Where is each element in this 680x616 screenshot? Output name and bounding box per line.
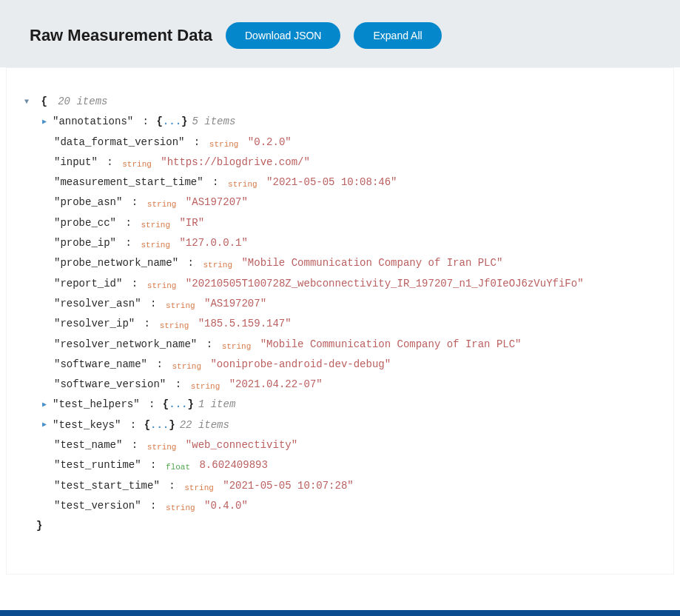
item-count: 1 item (198, 398, 235, 410)
json-key: "resolver_ip" (54, 318, 135, 329)
json-row: "probe_cc" : string "IR" (33, 213, 647, 233)
type-string-tag: string (198, 261, 232, 270)
root-item-count: 20 items (58, 96, 107, 107)
colon: : (150, 358, 163, 370)
brace-open: { (156, 398, 169, 410)
caret-right-icon[interactable] (42, 398, 53, 412)
json-value: "2021.04.22-07" (223, 378, 322, 390)
json-key: "test_helpers" (53, 398, 140, 410)
json-key: "probe_cc" (54, 217, 116, 229)
caret-right-icon[interactable] (42, 418, 53, 432)
json-row: "software_version" : string "2021.04.22-… (33, 375, 647, 395)
colon: : (187, 136, 200, 148)
json-key: "resolver_asn" (54, 298, 141, 309)
json-value: "AS197207" (198, 298, 266, 309)
json-value: "Mobile Communication Company of Iran PL… (254, 338, 521, 350)
json-row: "test_helpers" : {...}1 item (33, 395, 647, 415)
json-key: "probe_asn" (54, 196, 122, 208)
type-string-tag: string (161, 301, 195, 310)
brace-close: } (36, 520, 42, 532)
json-value: "IR" (173, 217, 204, 229)
header-bar: Raw Measurement Data Download JSON Expan… (0, 0, 680, 67)
json-value: "2021-05-05 10:07:28" (217, 480, 354, 492)
json-key: "test_keys" (53, 419, 121, 431)
json-key: "test_runtime" (54, 459, 141, 471)
type-string-tag: string (136, 221, 170, 230)
json-key: "input" (54, 156, 98, 168)
json-row: "software_name" : string "ooniprobe-andr… (33, 355, 647, 375)
json-row: "test_keys" : {...}22 items (33, 415, 647, 435)
colon: : (138, 318, 150, 329)
json-key: "test_name" (54, 439, 122, 451)
colon: : (163, 480, 175, 492)
item-count: 22 items (180, 419, 229, 431)
brace-open: { (138, 419, 150, 431)
json-key: "test_version" (54, 500, 141, 512)
colon: : (169, 378, 181, 390)
json-value: "127.0.0.1" (173, 237, 248, 249)
json-value: "AS197207" (179, 196, 247, 208)
item-count: 5 items (192, 116, 235, 127)
ellipsis-icon[interactable]: ... (150, 419, 169, 431)
json-row: "test_start_time" : string "2021-05-05 1… (33, 476, 647, 496)
type-string-tag: string (186, 382, 220, 391)
json-key: "probe_network_name" (54, 257, 178, 269)
colon: : (136, 116, 149, 127)
json-value: "Mobile Communication Company of Iran PL… (235, 257, 502, 269)
json-key: "test_start_time" (54, 480, 160, 492)
colon: : (119, 237, 132, 249)
colon: : (124, 419, 136, 431)
json-value: "0.2.0" (241, 136, 291, 148)
json-key: "resolver_network_name" (54, 338, 197, 350)
ellipsis-icon[interactable]: ... (163, 116, 181, 127)
caret-right-icon[interactable] (42, 115, 53, 130)
colon: : (144, 500, 157, 512)
expand-all-button[interactable]: Expand All (354, 22, 441, 49)
json-key: "report_id" (54, 278, 122, 289)
json-value: "185.5.159.147" (192, 318, 291, 329)
json-row: "annotations" : {...}5 items (33, 112, 647, 132)
json-row: "test_runtime" : float 8.602409893 (33, 455, 647, 475)
page-title: Raw Measurement Data (30, 26, 212, 45)
json-row: "test_name" : string "web_connectivity" (33, 435, 647, 455)
json-value: "https://blogdrive.com/" (155, 156, 310, 168)
ellipsis-icon[interactable]: ... (169, 398, 187, 410)
json-key: "software_name" (54, 358, 147, 370)
json-rows-container: "annotations" : {...}5 items"data_format… (33, 112, 647, 516)
download-json-button[interactable]: Download JSON (226, 22, 341, 49)
type-float-tag: float (161, 463, 190, 472)
json-root-open: { 20 items (33, 92, 647, 112)
json-key: "annotations" (53, 116, 133, 127)
json-row: "probe_asn" : string "AS197207" (33, 192, 647, 212)
colon: : (125, 278, 138, 289)
type-string-tag: string (142, 200, 176, 209)
colon: : (181, 257, 194, 269)
caret-down-icon[interactable] (24, 95, 35, 110)
type-string-tag: string (167, 362, 201, 371)
json-value: "20210505T100728Z_webconnectivity_IR_197… (179, 278, 583, 289)
colon: : (144, 298, 157, 309)
json-row: "resolver_asn" : string "AS197207" (33, 294, 647, 314)
type-string-tag: string (180, 483, 214, 492)
colon: : (125, 196, 138, 208)
type-string-tag: string (204, 140, 238, 149)
json-value: "0.4.0" (198, 500, 248, 512)
colon: : (144, 459, 157, 471)
type-string-tag: string (142, 281, 176, 290)
json-key: "measurement_start_time" (54, 176, 203, 188)
brace-close: } (169, 419, 175, 431)
brace-close: } (187, 398, 193, 410)
colon: : (200, 338, 212, 350)
json-viewer: { 20 items "annotations" : {...}5 items"… (6, 67, 674, 575)
type-string-tag: string (217, 342, 251, 351)
json-key: "data_format_version" (54, 136, 184, 148)
type-string-tag: string (155, 321, 189, 330)
json-row: "resolver_ip" : string "185.5.159.147" (33, 314, 647, 334)
json-value: 8.602409893 (193, 459, 268, 471)
brace-open: { (150, 116, 163, 127)
colon: : (119, 217, 132, 229)
json-key: "software_version" (54, 378, 166, 390)
json-row: "probe_ip" : string "127.0.0.1" (33, 233, 647, 253)
footer: OONI About OONI OONI Probe Install (0, 610, 680, 616)
json-value: "web_connectivity" (179, 439, 297, 451)
